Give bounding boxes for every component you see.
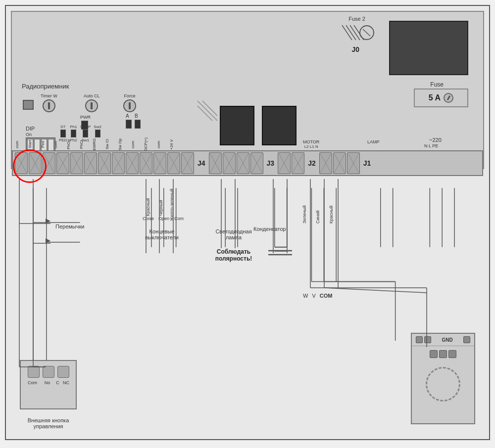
ext-btn-caption: Внешняя кнопка управления [20, 417, 77, 429]
tc-2[interactable] [29, 152, 42, 174]
force-switch [123, 99, 136, 112]
koncevye-label: Концевые выключатели [137, 228, 187, 240]
fuse5a-label: Fuse [430, 81, 444, 88]
tc-j2-1[interactable] [278, 152, 291, 174]
motor-section-label: MOTOR L2 L1 N [303, 139, 319, 149]
led-sw2-label: Sw2 [94, 125, 101, 129]
fuse5a-knob [444, 93, 453, 103]
timer-w-indicator [48, 102, 50, 109]
pwr-label: PWR [80, 115, 91, 120]
tc-1[interactable] [15, 152, 28, 174]
ext-com-label: Com [26, 380, 40, 385]
fuse5a-display: 5 A [414, 89, 468, 107]
dark-blocks-row [220, 106, 297, 145]
ext-c-label: C [55, 380, 60, 385]
tc-13[interactable] [181, 152, 194, 174]
j1-connectors [319, 152, 360, 174]
tc-6[interactable] [84, 152, 97, 174]
fuse5a-knob-inner [446, 95, 450, 100]
tc-3[interactable] [43, 152, 55, 174]
ext-nc-label: NC [61, 380, 71, 385]
ext-btn-cap-line1: Внешняя кнопка [20, 417, 77, 423]
j3-section [209, 152, 263, 174]
dark-block-1 [220, 106, 254, 145]
force-indicator [129, 102, 131, 109]
svg-line-38 [342, 25, 352, 40]
wvcom-area: W V COM [303, 293, 332, 299]
j4-label: J4 [198, 159, 205, 167]
ext-btn-labels-row: Com No C NC [21, 380, 76, 385]
j4-connectors [13, 151, 196, 175]
red-wire-label2: Красный [329, 184, 334, 224]
right-gnd-terminals [416, 336, 431, 343]
ext-btn-terminals-row [21, 366, 76, 378]
led-stop-label: STOP [80, 125, 91, 129]
v-label: V [312, 293, 315, 299]
close-label: Close [143, 216, 154, 221]
tc-9[interactable] [126, 152, 139, 174]
motor-label: MOTOR [303, 139, 319, 144]
open-label: Open [158, 216, 169, 221]
auto-cl-label: Auto CL [84, 93, 100, 98]
dip-label: DIP [26, 126, 55, 132]
tc-j3-4[interactable] [250, 152, 263, 174]
tc-j1-3[interactable] [347, 152, 360, 174]
ext-term-1[interactable] [28, 366, 40, 378]
koncevye-line2: выключатели [137, 234, 187, 240]
fuse2-area: Fuse 2 [340, 16, 374, 49]
timer-w-label: Timer W [41, 93, 57, 98]
j0-label: J0 [351, 45, 359, 53]
b-led [135, 120, 141, 129]
svg-marker-99 [46, 219, 50, 224]
gnd-term-right[interactable] [463, 336, 470, 343]
rs-conn-3[interactable] [448, 350, 456, 358]
gnd-term-2[interactable] [424, 336, 431, 343]
right-component-box: GND [411, 333, 475, 424]
tc-12[interactable] [167, 152, 180, 174]
tc-j1-1[interactable] [319, 152, 332, 174]
wire-color-yw-green: Желто-зеленый [169, 181, 174, 221]
tc-j1-2[interactable] [333, 152, 346, 174]
w-label: W [303, 293, 308, 299]
svg-line-44 [198, 101, 217, 121]
fuse2-label: Fuse 2 [340, 16, 374, 22]
force-group: Force [123, 93, 136, 112]
fuse2-symbol [340, 23, 374, 47]
tc-7[interactable] [98, 152, 111, 174]
external-button-box: Com No C NC [20, 360, 77, 409]
tc-j3-3[interactable] [237, 152, 249, 174]
ext-btn-cap-line2: управления [20, 423, 77, 429]
lamp-section-label: LAMP [367, 139, 380, 144]
rs-conn-1[interactable] [430, 350, 438, 358]
tc-11[interactable] [153, 152, 166, 174]
kondensator-label: Конденсатор [253, 226, 286, 232]
ext-term-2[interactable] [43, 366, 54, 378]
tc-5[interactable] [70, 152, 83, 174]
wire-color-black: Черный [158, 181, 163, 216]
tc-10[interactable] [140, 152, 152, 174]
rs-conn-2[interactable] [439, 350, 447, 358]
terminal-strip: J4 J3 [12, 150, 483, 176]
a-label: A [126, 113, 129, 119]
main-container: Fuse 2 J0 Fuse 5 A Радиоприемник [5, 5, 490, 440]
tc-j3-2[interactable] [223, 152, 236, 174]
right-comp-top-section: GND [412, 334, 474, 346]
ext-term-3[interactable] [57, 366, 69, 378]
j1-sub-label: N L PE [424, 143, 438, 148]
led-ph1-label: Ph1 [70, 125, 77, 129]
svet-line2: лампа [209, 234, 258, 240]
b-label: B [135, 113, 138, 119]
ext-no-label: No [41, 380, 54, 385]
tc-8[interactable] [112, 152, 125, 174]
tc-j3-1[interactable] [209, 152, 222, 174]
tc-4[interactable] [56, 152, 69, 174]
tc-j2-2[interactable] [292, 152, 304, 174]
gnd-term-1[interactable] [416, 336, 423, 343]
svg-marker-100 [46, 238, 50, 243]
motor-circle [426, 367, 460, 402]
auto-cl-indicator [91, 102, 93, 109]
j3-label: J3 [267, 159, 275, 167]
diagonal-lines [195, 98, 220, 123]
sobl-label: Соблюдать полярность! [201, 248, 266, 262]
sobl-line1: Соблюдать [201, 248, 266, 255]
